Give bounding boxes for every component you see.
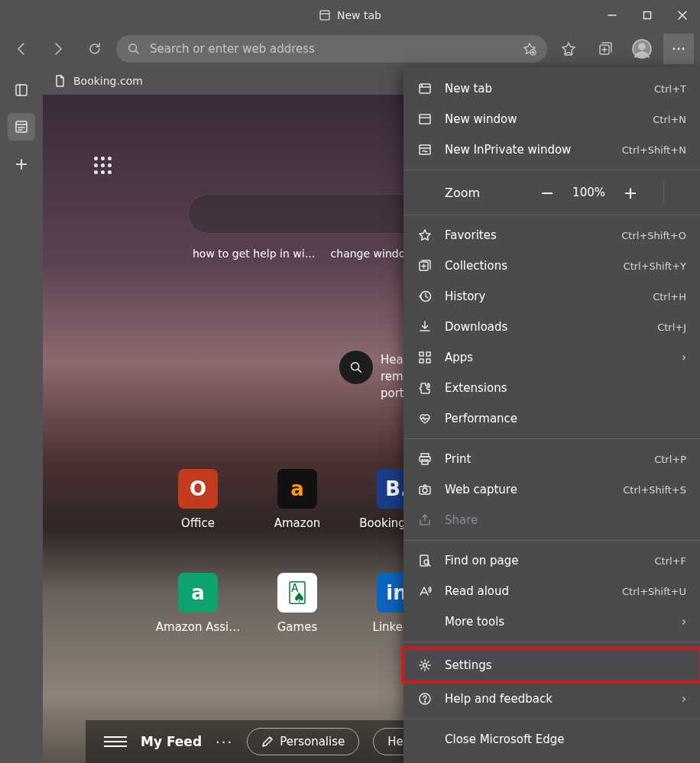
current-tab-button[interactable] (8, 113, 35, 141)
menu-extensions[interactable]: Extensions (403, 373, 700, 403)
svg-rect-52 (422, 460, 428, 464)
toolbar (0, 31, 700, 67)
window-icon (417, 112, 433, 127)
tile-icon: a (277, 469, 317, 509)
heart-pulse-icon (417, 411, 433, 426)
zoom-in-button[interactable]: + (622, 184, 639, 201)
tab-label[interactable]: Booking.com (73, 75, 143, 87)
help-icon (417, 691, 433, 706)
vertical-tab-rail: + (0, 67, 43, 763)
zoom-out-button[interactable]: − (539, 184, 556, 201)
suggestion-item[interactable]: how to get help in wi… (193, 247, 316, 260)
svg-point-26 (352, 363, 359, 370)
collections-button[interactable] (590, 34, 621, 64)
forward-button[interactable] (43, 34, 73, 64)
svg-rect-0 (320, 11, 329, 20)
svg-line-27 (358, 370, 361, 373)
menu-favorites[interactable]: Favorites Ctrl+Shift+O (403, 220, 700, 251)
collections-icon (417, 258, 433, 273)
svg-point-19 (682, 48, 685, 50)
tile-label: Amazon (274, 516, 321, 530)
gear-icon (417, 658, 433, 673)
menu-help[interactable]: Help and feedback › (403, 684, 700, 714)
feed-menu-button[interactable] (104, 736, 127, 747)
tile-label: Office (181, 516, 215, 530)
more-menu-button[interactable] (663, 34, 694, 64)
quick-links: OOfficeaAmazonB.Booking.comaAmazon Assi…… (148, 469, 446, 634)
menu-history[interactable]: History Ctrl+H (403, 281, 700, 312)
tile-label: Amazon Assi… (156, 620, 240, 634)
menu-settings[interactable]: Settings (403, 647, 700, 684)
feed-title: My Feed (141, 734, 202, 749)
menu-close-edge[interactable]: Close Microsoft Edge (403, 724, 700, 755)
svg-point-58 (423, 664, 427, 668)
quick-link-tile[interactable]: aAmazon (248, 469, 347, 530)
window-title-text: New tab (337, 9, 381, 21)
profile-button[interactable] (627, 34, 657, 64)
fullscreen-button[interactable] (663, 181, 686, 204)
menu-more-tools[interactable]: More tools › (403, 606, 700, 637)
tile-icon: 🂡 (277, 573, 317, 613)
inprivate-icon (417, 142, 433, 157)
svg-point-54 (423, 488, 427, 493)
svg-rect-46 (420, 352, 423, 356)
svg-line-7 (136, 51, 139, 54)
menu-read-aloud[interactable]: Read aloud Ctrl+Shift+U (403, 576, 700, 606)
svg-point-18 (678, 48, 680, 50)
address-input[interactable] (150, 42, 514, 56)
address-bar[interactable] (116, 35, 547, 63)
svg-point-60 (424, 701, 425, 702)
search-suggestions: how to get help in wi… change windows (188, 247, 424, 260)
menu-new-window[interactable]: New window Ctrl+N (403, 104, 700, 134)
window-close-button[interactable] (665, 0, 700, 31)
settings-menu: New tab Ctrl+T New window Ctrl+N New InP… (403, 67, 700, 763)
svg-rect-20 (16, 85, 27, 95)
refresh-button[interactable] (79, 34, 110, 64)
add-favorite-icon[interactable] (523, 42, 536, 56)
menu-web-capture[interactable]: Web capture Ctrl+Shift+S (403, 474, 700, 505)
new-tab-icon (417, 81, 433, 96)
menu-apps[interactable]: Apps › (403, 342, 700, 373)
quick-link-tile[interactable]: aAmazon Assi… (148, 573, 248, 634)
svg-point-37 (422, 86, 423, 86)
news-search-icon[interactable] (339, 351, 373, 384)
menu-inprivate[interactable]: New InPrivate window Ctrl+Shift+N (403, 134, 700, 165)
search-page-icon (417, 553, 433, 568)
window-maximize-button[interactable] (630, 0, 665, 31)
page-icon (53, 75, 66, 87)
svg-rect-51 (420, 457, 430, 461)
tile-icon: O (178, 469, 218, 509)
quick-link-tile[interactable]: OOffice (148, 469, 248, 530)
svg-rect-49 (426, 359, 430, 363)
quick-link-tile[interactable]: 🂡Games (248, 573, 347, 634)
menu-downloads[interactable]: Downloads Ctrl+J (403, 312, 700, 342)
menu-find-on-page[interactable]: Find on page Ctrl+F (403, 545, 700, 576)
menu-print[interactable]: Print Ctrl+P (403, 444, 700, 474)
svg-point-6 (129, 44, 137, 52)
search-icon (127, 42, 141, 56)
news-headline[interactable]: Hea rem port (381, 351, 404, 402)
svg-rect-47 (426, 352, 430, 356)
svg-point-16 (639, 44, 645, 50)
chevron-right-icon: › (682, 351, 686, 364)
new-tab-button[interactable]: + (8, 150, 35, 177)
chevron-right-icon: › (682, 692, 686, 706)
titlebar: New tab (0, 0, 700, 31)
tile-icon: a (178, 573, 218, 613)
menu-collections[interactable]: Collections Ctrl+Shift+Y (403, 251, 700, 281)
menu-performance[interactable]: Performance (403, 403, 700, 434)
personalise-button[interactable]: Personalise (247, 728, 359, 755)
menu-new-tab[interactable]: New tab Ctrl+T (403, 73, 700, 104)
window-minimize-button[interactable] (595, 0, 630, 31)
menu-zoom: Zoom − 100% + (403, 175, 700, 210)
download-icon (417, 319, 433, 335)
svg-rect-48 (420, 359, 423, 363)
favorites-button[interactable] (553, 34, 584, 64)
tab-actions-button[interactable] (8, 76, 35, 104)
back-button[interactable] (6, 34, 37, 64)
svg-rect-22 (16, 121, 27, 132)
app-launcher-icon[interactable] (92, 154, 113, 176)
print-icon (417, 451, 433, 467)
feed-more-button[interactable]: ··· (216, 734, 233, 750)
svg-rect-38 (420, 115, 430, 124)
